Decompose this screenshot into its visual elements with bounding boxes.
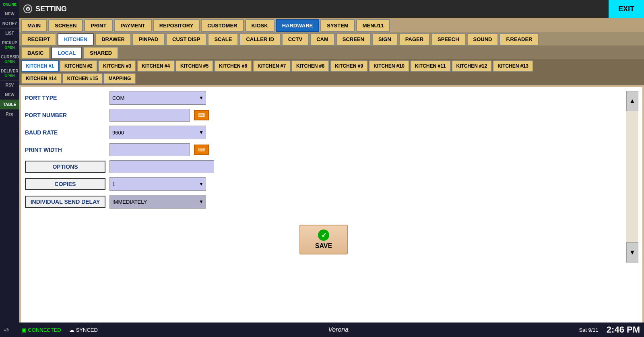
print-width-input[interactable] xyxy=(109,143,190,156)
kitchen-tab-kitchen-3[interactable]: KITCHEN #3 xyxy=(98,60,136,72)
content-panel: PORT TYPE COM USB NETWORK FILE PORT NUMB… xyxy=(21,87,642,335)
print-width-row: PRINT WIDTH ⌨ xyxy=(25,143,622,156)
hardware-tab-sound[interactable]: SOUND xyxy=(467,33,499,45)
kitchen-tab-kitchen-1[interactable]: KITCHEN #1 xyxy=(21,60,59,72)
sidebar-item-rsv[interactable]: RSV xyxy=(0,81,19,90)
sidebar-item-req[interactable]: Req xyxy=(0,110,19,119)
port-type-row: PORT TYPE COM USB NETWORK FILE xyxy=(25,91,622,105)
kitchen-tab-kitchen-5[interactable]: KITCHEN #5 xyxy=(175,60,213,72)
main-tab-kiosk[interactable]: KIOSK xyxy=(245,19,275,32)
sidebar-item-notify[interactable]: NOTIFY xyxy=(0,19,19,29)
sidebar-item-new2[interactable]: NEW xyxy=(0,90,19,100)
baud-rate-select-wrapper: 9600 19200 38400 57600 115200 xyxy=(109,126,206,139)
inner-content: PORT TYPE COM USB NETWORK FILE PORT NUMB… xyxy=(25,91,638,263)
kitchen-tab-kitchen-15[interactable]: KITCHEN #15 xyxy=(62,73,103,84)
port-number-row: PORT NUMBER ⌨ xyxy=(25,109,622,122)
sidebar-item-pickup[interactable]: PICKUP OPEN xyxy=(0,38,19,52)
copies-select[interactable]: 1 2 3 4 5 xyxy=(109,177,206,191)
sync-icon: ☁ xyxy=(69,327,74,333)
send-delay-button[interactable]: INDIVIDUAL SEND DELAY xyxy=(25,196,105,208)
kitchen-tabs-row1: KITCHEN #1KITCHEN #2KITCHEN #3KITCHEN #4… xyxy=(19,59,644,72)
kitchen-tab-kitchen-12[interactable]: KITCHEN #12 xyxy=(452,60,492,72)
hardware-tab-scale[interactable]: SCALE xyxy=(208,33,238,45)
sub-tab-basic[interactable]: BASIC xyxy=(21,47,50,59)
main-tab-main[interactable]: MAIN xyxy=(21,19,47,32)
sync-status: ☁ SYNCED xyxy=(69,327,98,333)
copies-row: COPIES 1 2 3 4 5 xyxy=(25,177,622,191)
hardware-tab-caller-id[interactable]: CALLER ID xyxy=(239,33,280,45)
hardware-tab-pager[interactable]: PAGER xyxy=(399,33,430,45)
kitchen-tab-kitchen-11[interactable]: KITCHEN #11 xyxy=(410,60,451,72)
copies-select-wrapper: 1 2 3 4 5 xyxy=(109,177,206,191)
hardware-tab-cctv[interactable]: CCTV xyxy=(282,33,309,45)
kitchen-tab-kitchen-10[interactable]: KITCHEN #10 xyxy=(369,60,409,72)
sidebar-item-deliver[interactable]: DELIVER OPEN xyxy=(0,66,19,81)
kitchen-tab-kitchen-7[interactable]: KITCHEN #7 xyxy=(253,60,291,72)
main-tab-payment[interactable]: PAYMENT xyxy=(114,19,151,32)
kitchen-tab-kitchen-2[interactable]: KITCHEN #2 xyxy=(60,60,97,72)
hardware-tab-sign[interactable]: SIGN xyxy=(372,33,398,45)
port-type-select[interactable]: COM USB NETWORK FILE xyxy=(109,91,206,105)
sidebar-item-curbside[interactable]: CURBSID OPEN xyxy=(0,52,19,66)
main-tab-system[interactable]: SYSTEM xyxy=(320,19,355,32)
hardware-tab-screen[interactable]: SCREEN xyxy=(336,33,371,45)
kitchen-tab-kitchen-14[interactable]: KITCHEN #14 xyxy=(21,73,62,84)
hardware-tab-kitchen[interactable]: KITCHEN xyxy=(58,33,94,45)
main-content: MAINSCREENPRINTPAYMENTREPOSITORYCUSTOMER… xyxy=(19,18,644,337)
baud-rate-select[interactable]: 9600 19200 38400 57600 115200 xyxy=(109,126,206,139)
port-number-keyboard-icon[interactable]: ⌨ xyxy=(194,110,209,120)
topbar: ⚙ SETTING EXIT xyxy=(19,0,644,18)
port-number-label: PORT NUMBER xyxy=(25,112,105,118)
sub-tab-local[interactable]: LOCAL xyxy=(51,47,82,59)
options-button[interactable]: OPTIONS xyxy=(25,161,105,173)
sidebar-item-table[interactable]: TABLE xyxy=(0,100,19,110)
kitchen-tabs-row2: KITCHEN #14KITCHEN #15MAPPING xyxy=(19,72,644,85)
scroll-up-arrow[interactable]: ▲ xyxy=(626,91,638,111)
kitchen-tab-kitchen-9[interactable]: KITCHEN #9 xyxy=(330,60,368,72)
kitchen-tab-kitchen-13[interactable]: KITCHEN #13 xyxy=(493,60,533,72)
copies-button[interactable]: COPIES xyxy=(25,178,105,190)
kitchen-tab-kitchen-4[interactable]: KITCHEN #4 xyxy=(137,60,175,72)
station-number: #5 xyxy=(4,327,9,333)
send-delay-select[interactable]: IMMEDIATELY 5 SEC 10 SEC 30 SEC xyxy=(109,195,206,209)
kitchen-tab-mapping[interactable]: MAPPING xyxy=(103,73,136,84)
status-bar: #5 ▣ CONNECTED ☁ SYNCED Verona Sat 9/11 … xyxy=(0,323,644,337)
restaurant-name: Verona xyxy=(106,326,571,333)
main-tab-menu11[interactable]: MENU11 xyxy=(356,19,390,32)
main-tab-hardware[interactable]: HARDWARE xyxy=(276,19,320,32)
port-type-select-wrapper: COM USB NETWORK FILE xyxy=(109,91,206,105)
hardware-tab-drawer[interactable]: DRAWER xyxy=(95,33,131,45)
main-tab-repository[interactable]: REPOSITORY xyxy=(153,19,200,32)
hardware-tab-f.reader[interactable]: F.READER xyxy=(500,33,539,45)
scroll-down-arrow[interactable]: ▼ xyxy=(626,242,638,263)
hardware-tab-speech[interactable]: SPEECH xyxy=(431,33,465,45)
connected-icon: ▣ xyxy=(21,327,26,333)
sidebar-item-new[interactable]: NEW xyxy=(0,9,19,19)
save-button[interactable]: ✓ SAVE xyxy=(299,225,348,254)
main-tab-screen[interactable]: SCREEN xyxy=(48,19,83,32)
sidebar-item-list[interactable]: LIST xyxy=(0,29,19,38)
hardware-tab-cust-disp[interactable]: CUST DISP xyxy=(166,33,206,45)
send-delay-row: INDIVIDUAL SEND DELAY IMMEDIATELY 5 SEC … xyxy=(25,195,622,209)
main-tab-customer[interactable]: CUSTOMER xyxy=(201,19,244,32)
scroll-arrows: ▲ ▼ xyxy=(626,91,638,263)
options-input[interactable] xyxy=(109,160,214,173)
options-row: OPTIONS xyxy=(25,160,622,173)
exit-button[interactable]: EXIT xyxy=(609,0,644,18)
kitchen-tab-kitchen-8[interactable]: KITCHEN #8 xyxy=(291,60,329,72)
port-number-input[interactable] xyxy=(109,109,190,122)
sub-tab-row: BASICLOCALSHARED xyxy=(19,45,644,59)
print-width-keyboard-icon[interactable]: ⌨ xyxy=(194,145,209,155)
hardware-tab-receipt[interactable]: RECEIPT xyxy=(21,33,56,45)
connection-status: ▣ CONNECTED xyxy=(21,327,61,333)
topbar-title: ⚙ SETTING xyxy=(19,4,67,13)
main-tab-row: MAINSCREENPRINTPAYMENTREPOSITORYCUSTOMER… xyxy=(19,18,644,32)
gear-icon: ⚙ xyxy=(23,4,32,13)
main-tab-print[interactable]: PRINT xyxy=(84,19,113,32)
sidebar-item-online: ONLINE xyxy=(0,0,19,9)
hardware-tab-cam[interactable]: CAM xyxy=(310,33,335,45)
hardware-tab-pinpad[interactable]: PINPAD xyxy=(132,33,165,45)
kitchen-tab-kitchen-6[interactable]: KITCHEN #6 xyxy=(214,60,252,72)
port-type-label: PORT TYPE xyxy=(25,95,105,101)
sub-tab-shared[interactable]: SHARED xyxy=(83,47,118,59)
